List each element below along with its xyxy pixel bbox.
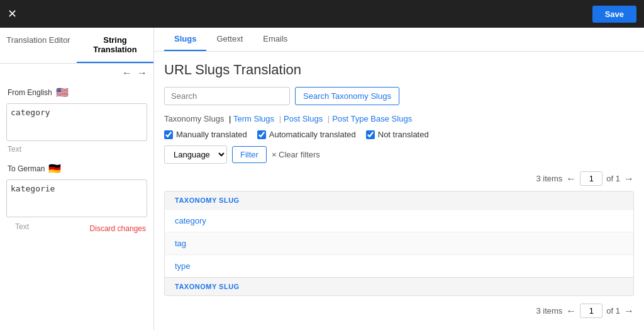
- manually-translated-checkbox[interactable]: Manually translated: [164, 130, 247, 139]
- pagination-bottom: 3 items ← of 1 →: [164, 304, 634, 318]
- nav-arrows: ← →: [0, 64, 153, 82]
- page-input-bottom[interactable]: [580, 304, 602, 318]
- to-section-label: To German 🇩🇪: [0, 159, 153, 177]
- table-header: TAXONOMY SLUG: [165, 191, 633, 209]
- tab-slugs[interactable]: Slugs: [164, 28, 206, 51]
- close-button[interactable]: ✕: [8, 7, 17, 21]
- table-container: TAXONOMY SLUG category tag type TAXONOMY…: [164, 191, 634, 296]
- from-text-label: Text: [0, 144, 153, 159]
- items-count-bottom: 3 items: [536, 306, 562, 316]
- pagination-top: 3 items ← of 1 →: [164, 171, 634, 186]
- search-taxonomy-button[interactable]: Search Taxonomy Slugs: [295, 87, 399, 105]
- not-translated-checkbox[interactable]: Not translated: [366, 130, 429, 139]
- table-row[interactable]: category: [165, 209, 633, 232]
- auto-translated-checkbox[interactable]: Automatically translated: [257, 130, 356, 139]
- table-footer: TAXONOMY SLUG: [165, 277, 633, 295]
- right-panel: Slugs Gettext Emails URL Slugs Translati…: [154, 28, 644, 330]
- items-count-top: 3 items: [536, 174, 562, 183]
- search-input[interactable]: [164, 87, 290, 105]
- discard-row: Text Discard changes: [0, 220, 153, 241]
- tab-string-translation[interactable]: String Translation: [77, 28, 153, 63]
- checkbox-row: Manually translated Automatically transl…: [164, 130, 634, 139]
- to-text-area[interactable]: [6, 179, 147, 217]
- table-row[interactable]: type: [165, 254, 633, 277]
- next-page-button-bottom[interactable]: →: [624, 305, 634, 317]
- to-flag: 🇩🇪: [48, 162, 61, 174]
- post-type-base-slugs-link[interactable]: Post Type Base Slugs: [332, 114, 412, 123]
- to-text-label: Text: [8, 221, 36, 236]
- filter-button[interactable]: Filter: [232, 146, 267, 163]
- page-title: URL Slugs Translation: [164, 62, 634, 78]
- tab-translation-editor[interactable]: Translation Editor: [0, 28, 77, 63]
- discard-changes-link[interactable]: Discard changes: [90, 224, 146, 233]
- term-slugs-link[interactable]: Term Slugs: [233, 114, 284, 123]
- prev-page-button-top[interactable]: ←: [566, 173, 576, 185]
- from-text-area[interactable]: [6, 103, 147, 141]
- post-slugs-link[interactable]: Post Slugs: [284, 114, 332, 123]
- of-label-top: of 1: [606, 174, 620, 183]
- language-select[interactable]: Language: [164, 145, 227, 164]
- right-tabs: Slugs Gettext Emails: [154, 28, 644, 52]
- clear-filters-link[interactable]: × Clear filters: [272, 150, 320, 159]
- table-row[interactable]: tag: [165, 232, 633, 254]
- prev-page-button-bottom[interactable]: ←: [566, 305, 576, 317]
- from-section-label: From English 🇺🇸: [0, 82, 153, 101]
- tab-gettext[interactable]: Gettext: [206, 28, 253, 51]
- back-arrow-button[interactable]: ←: [122, 67, 132, 79]
- left-panel: Translation Editor String Translation ← …: [0, 28, 154, 330]
- top-bar: ✕ Save: [0, 0, 644, 28]
- next-page-button-top[interactable]: →: [624, 173, 634, 185]
- filter-row: Language Filter × Clear filters: [164, 145, 634, 164]
- filter-links: Taxonomy Slugs | Term Slugs Post Slugs P…: [164, 114, 634, 123]
- page-input-top[interactable]: [580, 171, 602, 186]
- taxonomy-slug-label: Taxonomy Slugs: [164, 114, 224, 123]
- of-label-bottom: of 1: [606, 306, 620, 316]
- right-content: URL Slugs Translation Search Taxonomy Sl…: [154, 52, 644, 330]
- tab-emails[interactable]: Emails: [253, 28, 297, 51]
- tab-bar: Translation Editor String Translation: [0, 28, 153, 64]
- from-flag: 🇺🇸: [56, 86, 69, 98]
- search-row: Search Taxonomy Slugs: [164, 87, 634, 105]
- save-button[interactable]: Save: [592, 6, 636, 23]
- main-layout: Translation Editor String Translation ← …: [0, 28, 644, 330]
- forward-arrow-button[interactable]: →: [137, 67, 147, 79]
